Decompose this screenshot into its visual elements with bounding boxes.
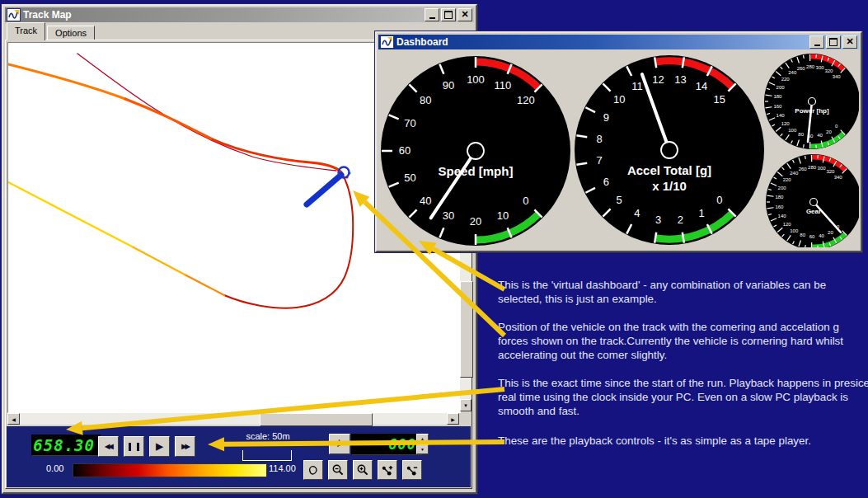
svg-text:14: 14 — [696, 80, 707, 92]
minimize-icon — [429, 11, 435, 19]
tab-options[interactable]: Options — [47, 26, 95, 40]
svg-text:340: 340 — [833, 74, 842, 79]
time-display: 658.30 — [31, 435, 101, 456]
svg-text:140: 140 — [777, 113, 786, 118]
svg-text:120: 120 — [517, 94, 535, 106]
gradient-min-label: 0.00 — [46, 463, 63, 473]
svg-text:260: 260 — [799, 167, 808, 171]
gradient-max-label: 114.00 — [269, 463, 296, 473]
dashboard-body: 0102030405060708090100110120Speed [mph]0… — [378, 50, 859, 247]
svg-text:80: 80 — [800, 233, 805, 237]
dashboard-window: Dashboard ✕ 0102030405060708090100110120… — [375, 31, 862, 252]
svg-text:11: 11 — [631, 80, 643, 92]
scroll-right-button[interactable]: ▶ — [447, 413, 459, 425]
svg-text:320: 320 — [824, 68, 833, 73]
svg-text:6: 6 — [603, 176, 609, 188]
annotation-virtual-dashboard: This is the 'virtual dashboard' - any co… — [498, 278, 868, 306]
annotation-exact-time: This is the exact time since the start o… — [498, 376, 868, 418]
spinner-down-button[interactable]: ▼ — [416, 444, 429, 455]
speed-color-gradient — [73, 463, 267, 477]
pointer-tool-button[interactable]: ➤ — [329, 434, 350, 454]
svg-text:80: 80 — [798, 132, 804, 137]
svg-text:160: 160 — [775, 204, 784, 209]
scroll-left-button[interactable]: ◀ — [7, 413, 20, 425]
svg-text:60: 60 — [399, 144, 411, 157]
dashboard-gauges-svg: 0102030405060708090100110120Speed [mph]0… — [378, 50, 859, 247]
tab-track[interactable]: Track — [7, 22, 45, 40]
maximize-icon — [829, 38, 838, 46]
svg-text:4: 4 — [634, 207, 640, 219]
svg-text:220: 220 — [781, 77, 791, 82]
svg-text:180: 180 — [775, 195, 784, 200]
speed-display: 600 — [351, 434, 422, 455]
close-button[interactable]: ✕ — [842, 35, 857, 49]
svg-text:90: 90 — [443, 79, 454, 92]
rewind-button[interactable]: ◀◀ — [98, 436, 119, 457]
svg-text:40: 40 — [819, 233, 824, 238]
svg-text:320: 320 — [826, 169, 835, 174]
remove-node-button[interactable] — [402, 460, 422, 480]
dashboard-titlebar[interactable]: Dashboard ✕ — [378, 35, 859, 49]
svg-text:8: 8 — [596, 133, 602, 145]
svg-text:300: 300 — [818, 166, 827, 171]
svg-text:240: 240 — [788, 70, 797, 75]
svg-text:30: 30 — [443, 209, 454, 222]
svg-text:Accel Total [g]: Accel Total [g] — [627, 163, 711, 177]
annotation-vehicle-position: Position of the vehicle on the track wit… — [498, 320, 868, 362]
minimize-button[interactable] — [425, 8, 439, 21]
track-map-titlebar[interactable]: Track Map ✕ — [5, 7, 474, 22]
add-node-icon — [381, 463, 394, 477]
svg-text:260: 260 — [797, 66, 806, 71]
play-button[interactable]: ▶ — [149, 436, 170, 457]
svg-text:5: 5 — [617, 194, 622, 206]
close-button[interactable]: ✕ — [457, 8, 472, 21]
minimize-icon — [814, 38, 820, 46]
close-icon: ✕ — [461, 10, 468, 19]
fast-forward-button[interactable]: ▶▶ — [175, 436, 195, 457]
svg-text:20: 20 — [470, 215, 481, 228]
svg-text:100: 100 — [467, 73, 485, 86]
pause-icon — [129, 443, 139, 451]
remove-node-icon — [406, 463, 419, 477]
window-title: Dashboard — [396, 36, 809, 48]
svg-text:120: 120 — [783, 222, 792, 227]
play-icon: ▶ — [156, 441, 162, 452]
scroll-down-button[interactable]: ▼ — [460, 399, 472, 411]
horizontal-scroll-thumb[interactable] — [260, 413, 373, 426]
svg-text:200: 200 — [777, 85, 786, 90]
svg-text:340: 340 — [834, 175, 843, 180]
track-outline-button[interactable] — [303, 460, 323, 480]
svg-text:60: 60 — [809, 234, 815, 239]
svg-text:3: 3 — [655, 214, 661, 226]
track-outline-icon — [307, 463, 320, 477]
zoom-in-button[interactable] — [353, 460, 373, 480]
svg-text:240: 240 — [790, 171, 799, 176]
svg-text:140: 140 — [778, 214, 787, 218]
annotation-playback-controls: These are the playback controls - it's a… — [498, 434, 868, 448]
scale-label: scale: 50m — [223, 431, 313, 441]
svg-text:10: 10 — [497, 209, 509, 222]
svg-text:40: 40 — [817, 133, 823, 138]
minimize-button[interactable] — [809, 35, 824, 49]
pause-button[interactable] — [124, 436, 144, 457]
add-node-button[interactable] — [378, 460, 397, 480]
svg-text:180: 180 — [773, 94, 782, 99]
pointer-icon: ➤ — [333, 437, 347, 451]
svg-text:280: 280 — [806, 64, 815, 69]
vertical-scroll-thumb[interactable] — [460, 281, 473, 378]
svg-text:10: 10 — [613, 93, 625, 106]
horizontal-scrollbar[interactable]: ◀ ▶ — [7, 413, 459, 425]
svg-text:7: 7 — [596, 154, 602, 167]
maximize-button[interactable] — [826, 35, 841, 49]
svg-text:15: 15 — [714, 93, 725, 106]
fast-forward-icon: ▶▶ — [181, 443, 188, 450]
svg-text:9: 9 — [603, 111, 609, 124]
maximize-button[interactable] — [441, 8, 456, 21]
svg-text:20: 20 — [826, 129, 832, 134]
zoom-out-button[interactable] — [328, 460, 348, 480]
svg-text:80: 80 — [420, 94, 431, 106]
zoom-out-icon — [331, 463, 345, 477]
desktop: This is the 'virtual dashboard' - any co… — [0, 0, 868, 498]
spinner-up-button[interactable]: ▲ — [416, 434, 429, 444]
svg-text:100: 100 — [788, 128, 797, 133]
